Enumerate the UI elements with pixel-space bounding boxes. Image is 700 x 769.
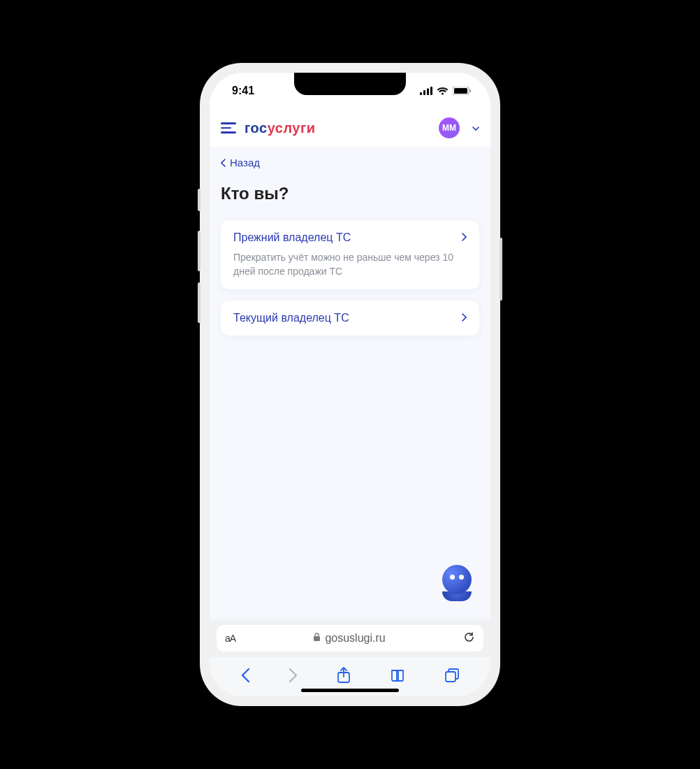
account-chevron-down-icon[interactable]: [472, 123, 479, 133]
menu-button[interactable]: [221, 122, 236, 134]
safari-forward-button: [289, 668, 298, 686]
page-title: Кто вы?: [221, 184, 479, 203]
back-link[interactable]: Назад: [221, 157, 479, 168]
reader-aa-button[interactable]: аА: [225, 633, 235, 644]
option-previous-owner[interactable]: Прежний владелец ТС Прекратить учёт можн…: [221, 220, 479, 289]
svg-rect-2: [427, 89, 429, 96]
url-domain: gosuslugi.ru: [325, 632, 385, 645]
status-indicators: [420, 87, 471, 95]
lock-icon: [313, 632, 321, 645]
battery-icon: [453, 87, 471, 95]
safari-address-bar-area: аА gosuslugi.ru: [210, 619, 490, 657]
svg-rect-6: [469, 89, 471, 92]
svg-rect-7: [314, 636, 320, 641]
page-content: Назад Кто вы? Прежний владелец ТС Прекра…: [210, 147, 490, 619]
reload-icon[interactable]: [463, 631, 475, 645]
svg-rect-5: [454, 88, 467, 94]
chevron-right-icon: [462, 312, 467, 324]
option-title: Прежний владелец ТС: [233, 231, 351, 244]
home-indicator[interactable]: [301, 689, 399, 692]
safari-back-button[interactable]: [240, 668, 250, 686]
logo[interactable]: госуслуги: [245, 120, 316, 136]
svg-rect-9: [446, 672, 455, 682]
option-title: Текущий владелец ТС: [233, 312, 349, 324]
logo-part1: гос: [245, 120, 268, 136]
svg-rect-3: [430, 87, 432, 95]
option-subtitle: Прекратить учёт можно не раньше чем чере…: [233, 251, 467, 278]
back-label: Назад: [230, 157, 260, 168]
bookmarks-icon[interactable]: [389, 668, 406, 685]
assistant-robot-button[interactable]: [436, 565, 478, 607]
wifi-icon: [437, 87, 449, 95]
chevron-left-icon: [221, 159, 226, 167]
tabs-icon[interactable]: [444, 668, 460, 686]
avatar[interactable]: ММ: [439, 117, 460, 138]
logo-part2: услуги: [268, 120, 316, 136]
chevron-right-icon: [462, 232, 467, 243]
svg-rect-0: [420, 92, 422, 95]
app-header: госуслуги ММ: [210, 109, 490, 147]
option-current-owner[interactable]: Текущий владелец ТС: [221, 301, 479, 336]
share-icon[interactable]: [337, 667, 351, 687]
cellular-signal-icon: [420, 87, 432, 95]
svg-rect-1: [423, 90, 425, 95]
status-time: 9:41: [232, 85, 254, 97]
safari-address-bar[interactable]: аА gosuslugi.ru: [217, 625, 483, 652]
